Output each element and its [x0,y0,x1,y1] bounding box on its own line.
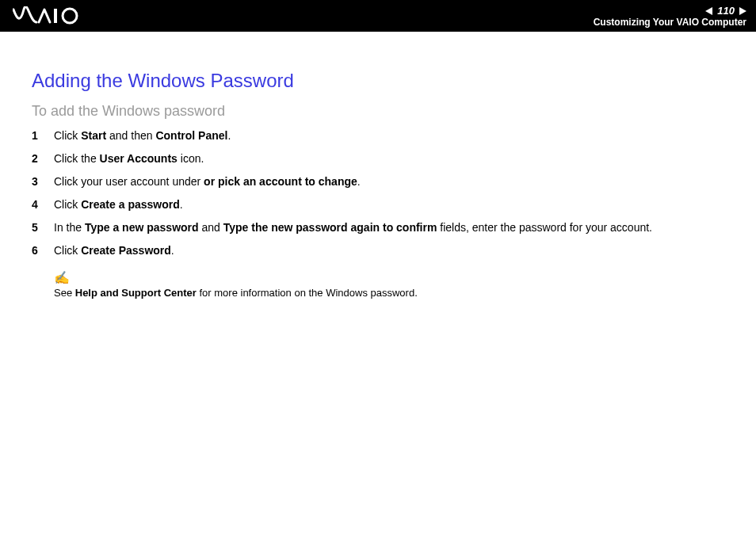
page-title: Adding the Windows Password [32,70,727,92]
next-page-icon[interactable] [739,7,746,15]
step-item: 5In the Type a new password and Type the… [32,219,727,236]
note-text: See Help and Support Center for more inf… [54,287,418,299]
header-right: 110 Customizing Your VAIO Computer [594,4,746,28]
step-text: Click your user account under or pick an… [54,174,727,190]
page-number: 110 [717,6,735,17]
step-item: 4Click Create a password. [32,196,727,213]
step-text: In the Type a new password and Type the … [54,219,727,236]
header-bar: 110 Customizing Your VAIO Computer [0,0,756,32]
svg-point-1 [63,9,77,23]
step-number: 5 [32,219,41,236]
step-item: 6Click Create Password. [32,242,727,259]
page-subtitle: To add the Windows password [32,103,727,120]
step-item: 3Click your user account under or pick a… [32,174,727,190]
step-number: 6 [32,242,41,259]
step-number: 1 [32,128,41,144]
vaio-logo [13,0,100,32]
steps-list: 1Click Start and then Control Panel.2Cli… [32,128,727,259]
step-item: 2Click the User Accounts icon. [32,151,727,167]
step-text: Click Start and then Control Panel. [54,128,727,144]
svg-rect-0 [54,9,57,23]
note-block: ✍ See Help and Support Center for more i… [54,270,727,299]
step-text: Click Create a password. [54,196,727,213]
note-icon: ✍ [54,270,727,285]
prev-page-icon[interactable] [705,7,712,15]
step-text: Click the User Accounts icon. [54,151,727,167]
step-number: 3 [32,174,41,190]
step-text: Click Create Password. [54,242,727,259]
section-title: Customizing Your VAIO Computer [594,17,746,28]
step-number: 2 [32,151,41,167]
step-item: 1Click Start and then Control Panel. [32,128,727,144]
step-number: 4 [32,196,41,213]
page-nav: 110 [705,6,746,17]
page-content: Adding the Windows Password To add the W… [0,32,756,299]
